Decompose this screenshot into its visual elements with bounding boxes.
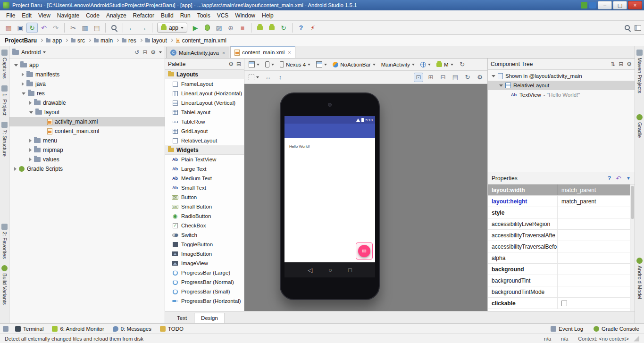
toolwindow-switcher-icon[interactable]	[3, 326, 8, 332]
expanded-arrow-icon[interactable]	[499, 84, 503, 87]
collapse-all-icon[interactable]: ⊟	[619, 61, 623, 67]
tab-text-mode[interactable]: Text	[170, 313, 194, 323]
properties-scrollbar[interactable]	[630, 184, 635, 311]
menu-file[interactable]: File	[3, 11, 18, 20]
stop-icon[interactable]: ■	[237, 23, 248, 33]
refresh-icon[interactable]: ↻	[463, 73, 472, 82]
property-row-alpha[interactable]: alpha	[488, 252, 635, 264]
tree-item-content-main-xml[interactable]: content_main.xml	[9, 126, 165, 136]
property-row-layout-width[interactable]: layout:widthmatch_parent	[488, 184, 635, 196]
breadcrumb-project[interactable]: ProjectBaru	[5, 37, 37, 44]
tool-button-favorites[interactable]: 2: Favorites	[1, 220, 8, 262]
sort-icon[interactable]: ⇅	[611, 61, 615, 67]
property-value[interactable]	[558, 252, 635, 263]
menu-code[interactable]: Code	[83, 11, 103, 20]
property-value[interactable]	[558, 218, 635, 229]
api-level-select[interactable]: M	[435, 61, 455, 68]
copy-icon[interactable]: ▥	[79, 23, 91, 33]
revert-icon[interactable]: ↶	[616, 175, 621, 182]
coverage-icon[interactable]: ▨	[213, 23, 225, 33]
undo-icon[interactable]: ↶	[38, 23, 50, 33]
collapse-all-icon[interactable]: ⊟	[142, 49, 147, 56]
tool-button-gradle-console[interactable]: Gradle Console	[592, 326, 641, 332]
close-button[interactable]: ×	[628, 1, 642, 9]
gear-icon[interactable]: ⚙	[475, 73, 485, 82]
palette-item-radiobutton[interactable]: ◉RadioButton	[165, 211, 244, 221]
property-row-accessibilityliveregion[interactable]: accessibilityLiveRegion	[488, 218, 635, 230]
property-value[interactable]	[558, 275, 635, 286]
project-view-select[interactable]: Android	[21, 49, 41, 56]
property-row-accessibilitytraversalafter[interactable]: accessibilityTraversalAfte	[488, 230, 635, 241]
property-row-backgroundtintmode[interactable]: backgroundTintMode	[488, 286, 635, 298]
resize-grip[interactable]	[634, 336, 639, 342]
fab-selection-box[interactable]: ✉	[356, 243, 373, 259]
tool-button-maven-projects[interactable]: Maven Projects	[636, 46, 643, 97]
expand-horizontal-icon[interactable]: ↔	[263, 73, 273, 82]
unplug-icon[interactable]: ⚡	[307, 23, 318, 33]
menu-navigate[interactable]: Navigate	[54, 11, 83, 20]
palette-item-togglebutton[interactable]: ToggleButton	[165, 240, 244, 249]
palette-group-widgets[interactable]: Widgets	[165, 145, 244, 155]
design-canvas[interactable]: 5:10 Hello World! ✉ ◁	[244, 84, 487, 311]
palette-item-progressbar-large[interactable]: ProgressBar (Large)	[165, 268, 244, 277]
expanded-arrow-icon[interactable]	[14, 64, 18, 67]
menu-analyze[interactable]: Analyze	[103, 11, 130, 20]
minimize-button[interactable]: –	[598, 1, 612, 9]
tool-button-gradle[interactable]: Gradle	[636, 111, 643, 141]
menu-window[interactable]: Window	[232, 11, 259, 20]
palette-item-progressbar-small[interactable]: ProgressBar (Small)	[165, 287, 244, 296]
property-value[interactable]	[558, 230, 635, 241]
expanded-arrow-icon[interactable]	[29, 111, 33, 114]
hello-world-textview[interactable]: Hello World!	[289, 144, 309, 149]
run-configuration-select[interactable]: app	[157, 23, 187, 33]
property-value[interactable]	[558, 264, 635, 275]
sync-icon[interactable]: ↻	[26, 23, 38, 33]
gradle-sync-icon[interactable]: ↻	[278, 23, 289, 33]
palette-item-progressbar-horizontal[interactable]: ProgressBar (Horizontal)	[165, 296, 244, 306]
zoom-out-icon[interactable]: ⊟	[438, 73, 448, 82]
line-position-widget[interactable]: n/a	[544, 336, 551, 342]
redo-icon[interactable]: ↷	[50, 23, 61, 33]
open-icon[interactable]: ▦	[3, 23, 14, 33]
palette-item-linearlayout-horizontal[interactable]: LinearLayout (Horizontal)	[165, 89, 244, 98]
preview-doc-icon[interactable]: ▤	[451, 73, 460, 82]
palette-item-small-text[interactable]: AbSmall Text	[165, 183, 244, 192]
collapse-all-icon[interactable]: ⊟	[236, 61, 241, 67]
palette-item-progressbar-normal[interactable]: ProgressBar (Normal)	[165, 277, 244, 287]
menu-tools[interactable]: Tools	[194, 11, 214, 20]
tool-windows-icon[interactable]	[635, 25, 641, 31]
palette-item-gridlayout[interactable]: GridLayout	[165, 126, 244, 136]
collapsed-arrow-icon[interactable]	[29, 158, 32, 161]
profiler-icon[interactable]: ⊕	[225, 23, 236, 33]
refresh-layout-icon[interactable]: ↻	[458, 60, 467, 69]
breadcrumb-res[interactable]: res	[122, 37, 136, 44]
collapsed-arrow-icon[interactable]	[22, 73, 24, 76]
tree-item-values[interactable]: values	[9, 155, 165, 164]
property-value[interactable]	[558, 207, 635, 218]
tree-item-mipmap[interactable]: mipmap	[9, 145, 165, 155]
help-icon[interactable]: ?	[608, 175, 611, 182]
tree-item-drawable[interactable]: drawable	[9, 98, 165, 108]
fab-email-button[interactable]: ✉	[358, 245, 370, 257]
gear-icon[interactable]: ⚙	[228, 61, 234, 67]
tool-button-android-monitor[interactable]: 6: Android Monitor	[50, 326, 106, 332]
find-icon[interactable]	[109, 23, 120, 33]
theme-select[interactable]: NoActionBar	[331, 61, 377, 68]
palette-item-relativelayout[interactable]: RelativeLayout	[165, 136, 244, 145]
palette-item-button[interactable]: OKButton	[165, 192, 244, 202]
debug-icon[interactable]	[201, 23, 213, 33]
device-screen[interactable]: 5:10 Hello World! ✉ ◁	[284, 116, 375, 277]
component-tree-item-textview[interactable]: AbTextView - "Hello World!"	[488, 90, 635, 100]
back-icon[interactable]: ←	[126, 23, 137, 33]
tool-button-build-variants[interactable]: Build Variants	[1, 262, 8, 308]
breadcrumb-layout[interactable]: layout	[145, 37, 167, 44]
palette-item-medium-text[interactable]: AbMedium Text	[165, 174, 244, 183]
locale-select[interactable]	[419, 61, 432, 68]
tree-item-gradle-scripts[interactable]: Gradle Scripts	[9, 164, 165, 174]
forward-icon[interactable]: →	[138, 23, 149, 33]
tool-button-captures[interactable]: Captures	[1, 46, 8, 82]
context-widget[interactable]: Context: <no context>	[578, 336, 629, 342]
orientation-select[interactable]	[264, 60, 276, 68]
close-icon[interactable]: ×	[288, 50, 291, 55]
palette-item-imageview[interactable]: ImageView	[165, 259, 244, 268]
